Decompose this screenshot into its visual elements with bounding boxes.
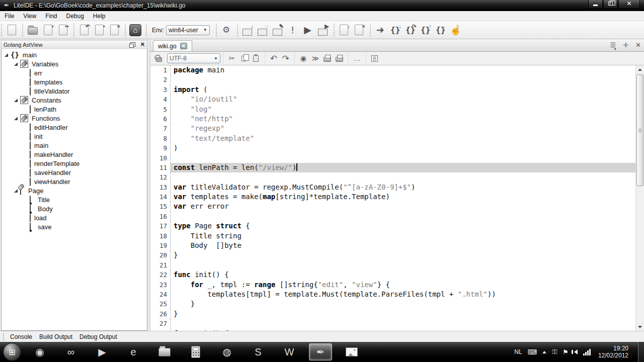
tree-item-init[interactable]: init xyxy=(2,132,147,141)
taskbar-liteide[interactable]: ✒ xyxy=(309,343,332,360)
new-file-button[interactable] xyxy=(4,23,19,38)
save-as-button[interactable]: ▪ xyxy=(92,23,107,38)
code-line-16[interactable]: 16 xyxy=(150,212,635,221)
undo-button[interactable]: ↶ xyxy=(268,53,280,64)
tree-item-templates[interactable]: templates xyxy=(2,77,147,86)
tree-item-main[interactable]: {}main xyxy=(2,50,147,59)
speaker-icon[interactable] xyxy=(574,349,578,354)
close-button[interactable]: ✕ xyxy=(618,0,640,9)
code-line-22[interactable]: 22func init() { xyxy=(150,270,635,280)
tree-item-savehandler[interactable]: saveHandler xyxy=(2,168,147,177)
stop-debug-button[interactable]: ☝ xyxy=(448,23,463,38)
code-line-5[interactable]: 5 "log" xyxy=(150,105,635,114)
code-line-15[interactable]: 15var err error xyxy=(150,202,635,211)
code-line-25[interactable]: 25 } xyxy=(150,299,635,309)
edit-build-button[interactable]: ✎ xyxy=(270,23,285,38)
tree-item-functions[interactable]: Functions xyxy=(2,114,147,123)
code-line-1[interactable]: 1package main xyxy=(150,65,635,75)
float-panel-icon[interactable] xyxy=(130,42,135,47)
taskbar-word[interactable]: W xyxy=(278,343,301,360)
tree-expander-icon[interactable] xyxy=(5,53,8,57)
home-button[interactable]: ⌂ xyxy=(128,23,143,38)
step-out-button[interactable]: {}↑ xyxy=(418,23,433,38)
network-signal-icon[interactable] xyxy=(583,349,591,355)
tree-expander-icon[interactable] xyxy=(14,62,18,66)
tree-item-variables[interactable]: Variables xyxy=(2,59,147,68)
close-file-button[interactable]: × xyxy=(107,23,122,38)
clean-button[interactable]: ◌ xyxy=(255,23,270,38)
keyboard-icon[interactable]: ⌨ xyxy=(528,348,537,356)
code-line-6[interactable]: 6 "net/http" xyxy=(150,114,635,124)
env-select[interactable]: win64-user▼ xyxy=(166,25,210,35)
code-line-20[interactable]: 20} xyxy=(150,250,635,260)
print-button[interactable] xyxy=(321,53,334,64)
code-line-23[interactable]: 23 for _, tmpl := range []string{"edit",… xyxy=(150,280,635,290)
scroll-up-icon[interactable] xyxy=(636,65,644,73)
reload-file-button[interactable]: ↶ xyxy=(76,23,92,38)
start-button[interactable]: ⊞ xyxy=(3,343,21,361)
menu-item-find[interactable]: Find xyxy=(41,12,61,21)
play-macro-button[interactable]: ≫ xyxy=(309,53,321,64)
menu-item-help[interactable]: Help xyxy=(89,12,110,21)
tree-item-main[interactable]: main xyxy=(2,141,147,150)
tree-item-load[interactable]: load xyxy=(2,213,147,222)
tree-item-edithandler[interactable]: editHandler xyxy=(2,123,147,132)
tree-item-makehandler[interactable]: makeHandler xyxy=(2,150,147,159)
open-folder-button[interactable] xyxy=(25,23,40,38)
code-line-9[interactable]: 9) xyxy=(150,143,635,153)
edit-mode-icon[interactable] xyxy=(369,53,381,64)
power-plug-icon[interactable]: ⚿ xyxy=(552,348,557,356)
scroll-down-icon[interactable] xyxy=(636,323,644,331)
taskbar-calculator[interactable] xyxy=(184,343,207,360)
tree-item-titlevalidator[interactable]: titleValidator xyxy=(2,86,147,96)
code-line-12[interactable]: 12 xyxy=(150,172,635,182)
close-editor-icon[interactable]: ✕ xyxy=(635,41,641,49)
continue-debug-button[interactable]: ➜ xyxy=(373,23,388,38)
code-editor[interactable]: 1package main23import (4 "io/ioutil"5 "l… xyxy=(150,65,635,331)
taskbar-firefox[interactable]: ◍ xyxy=(215,343,238,360)
step-into-button[interactable]: {}↓ xyxy=(388,23,403,38)
export-file-button[interactable]: ↓ xyxy=(337,23,352,38)
code-line-21[interactable]: 21 xyxy=(150,260,635,270)
taskbar-image-viewer[interactable] xyxy=(340,343,363,360)
lock-icon[interactable] xyxy=(153,53,165,64)
save-all-button[interactable]: ▪▪ xyxy=(55,23,70,38)
tree-item-page[interactable]: Page xyxy=(2,186,147,195)
copy-button[interactable] xyxy=(238,53,250,64)
output-tab-build-output[interactable]: Build Output xyxy=(38,332,78,341)
menu-item-view[interactable]: View xyxy=(19,12,41,21)
menu-item-debug[interactable]: Debug xyxy=(61,12,88,21)
paste-button[interactable] xyxy=(250,53,262,64)
taskbar-infinity-app[interactable]: ∞ xyxy=(59,343,83,360)
code-line-14[interactable]: 14var templates = make(map[string]*templ… xyxy=(150,192,635,202)
cut-button[interactable]: ✂ xyxy=(226,53,238,64)
tree-expander-icon[interactable] xyxy=(14,117,18,120)
tree-item-body[interactable]: Body xyxy=(2,204,147,213)
code-line-7[interactable]: 7 "regexp" xyxy=(150,124,635,133)
code-line-19[interactable]: 19 Body []byte xyxy=(150,241,635,250)
vertical-scrollbar[interactable] xyxy=(635,65,644,331)
save-file-button[interactable]: ▪ xyxy=(40,23,55,38)
output-tab-console[interactable]: Console xyxy=(9,332,38,341)
options-button[interactable]: ⚙ xyxy=(219,23,234,38)
code-line-3[interactable]: 3import ( xyxy=(150,85,635,95)
scrollbar-track[interactable] xyxy=(636,73,644,323)
taskbar-internet-explorer[interactable]: e xyxy=(122,343,145,360)
code-line-13[interactable]: 13var titleValidator = regexp.MustCompil… xyxy=(150,183,635,192)
tree-item-rendertemplate[interactable]: renderTemplate xyxy=(2,159,147,168)
code-line-26[interactable]: 26} xyxy=(150,309,635,319)
minimize-button[interactable] xyxy=(588,0,603,9)
build-button[interactable]: ! xyxy=(285,23,300,38)
flag-icon[interactable]: ⚑ xyxy=(562,348,569,356)
close-panel-icon[interactable]: ✕ xyxy=(140,41,145,48)
clock[interactable]: 19:20 12/02/2012 xyxy=(598,345,628,359)
code-line-2[interactable]: 2 xyxy=(150,75,635,84)
record-macro-button[interactable]: ◉ xyxy=(297,53,309,64)
more-button[interactable]: ... xyxy=(351,53,363,64)
step-over-button[interactable]: {}↷ xyxy=(403,23,418,38)
tab-close-icon[interactable]: ✕ xyxy=(180,43,187,49)
code-line-24[interactable]: 24 templates[tmpl] = template.Must(templ… xyxy=(150,290,635,299)
tree-item-save[interactable]: save xyxy=(2,222,147,231)
print-preview-button[interactable] xyxy=(334,53,346,64)
taskbar-file-explorer[interactable] xyxy=(153,343,176,360)
